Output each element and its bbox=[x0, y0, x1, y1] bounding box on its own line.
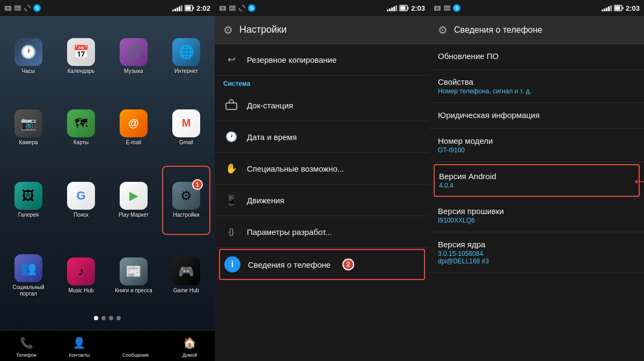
about-item-update[interactable]: Обновление ПО bbox=[429, 44, 644, 70]
phone-screen-2: S 2:03 ⚙ Настройки ↩ bbox=[215, 0, 429, 361]
app-gamehub[interactable]: 🎮 Game Hub bbox=[162, 239, 210, 313]
status-right-3: 2:03 bbox=[602, 4, 640, 12]
about-item-android[interactable]: Версия Android 4.0.4 bbox=[434, 164, 640, 197]
phone-screen-1: S 2:02 🕐 Часы bbox=[0, 0, 215, 361]
about-item-model[interactable]: Номер модели GT-I9100 bbox=[429, 129, 644, 162]
about-item-props[interactable]: Свойства Номер телефона, сигнал и т. д. bbox=[429, 70, 644, 103]
special-icon: ✋ bbox=[223, 160, 239, 176]
app-email-label: E-mail bbox=[126, 139, 141, 146]
dot-3 bbox=[109, 316, 113, 320]
app-settings[interactable]: ⚙ 1 Настройки bbox=[162, 166, 210, 235]
app-camera-label: Камера bbox=[19, 139, 38, 146]
status-bar-2: S 2:03 bbox=[215, 0, 429, 16]
app-musichub[interactable]: ♪ Music Hub bbox=[57, 239, 105, 313]
battery-icon-3 bbox=[614, 5, 624, 11]
app-clock-label: Часы bbox=[22, 68, 35, 75]
app-camera[interactable]: 📷 Камера bbox=[4, 94, 53, 161]
props-sub: Номер телефона, сигнал и т. д. bbox=[438, 87, 635, 95]
app-social-label: Социальный портал bbox=[6, 284, 50, 297]
messages-icon: ✉ bbox=[127, 334, 144, 351]
settings-dock-label: Док-станция bbox=[247, 101, 293, 110]
about-item-kernel[interactable]: Версия ядра 3.0.15-1056084dpi@DELL168 #3 bbox=[429, 232, 644, 273]
nav-phone-label: Телефон bbox=[16, 352, 36, 358]
app-musichub-label: Music Hub bbox=[68, 288, 93, 294]
status-left-3: S bbox=[434, 4, 460, 12]
app-internet[interactable]: 🌐 Интернет bbox=[162, 23, 210, 90]
app-calendar[interactable]: 📅 Календарь bbox=[57, 23, 105, 90]
page-dots bbox=[4, 313, 210, 323]
app-search[interactable]: G Поиск bbox=[57, 166, 105, 235]
app-gallery[interactable]: 🖼 Галерея bbox=[4, 166, 53, 235]
status-bar-1: S 2:02 bbox=[0, 0, 215, 16]
sync-icon bbox=[24, 4, 31, 12]
dot-4 bbox=[116, 316, 121, 320]
svg-rect-21 bbox=[614, 6, 620, 10]
svg-rect-20 bbox=[622, 7, 623, 9]
status-right-icons: 2:02 bbox=[172, 4, 210, 12]
svg-rect-13 bbox=[400, 6, 405, 10]
about-item-legal[interactable]: Юридическая информация bbox=[429, 103, 644, 129]
skype-icon-3: S bbox=[453, 4, 460, 12]
image-icon-3 bbox=[443, 4, 451, 12]
bottom-nav: 📞 Телефон 👤 Контакты ✉ Сообщения 🏠 Домой bbox=[0, 330, 215, 361]
settings-special-label: Специальные возможно... bbox=[247, 164, 344, 173]
photo-icon bbox=[4, 4, 12, 12]
nav-home[interactable]: 🏠 Домой bbox=[181, 334, 199, 358]
settings-header-icon: ⚙ bbox=[223, 24, 233, 36]
app-internet-label: Интернет bbox=[174, 68, 198, 75]
nav-messages[interactable]: ✉ Сообщения bbox=[122, 334, 149, 358]
settings-item-backup[interactable]: ↩ Резервное копирование bbox=[215, 44, 429, 76]
contacts-icon: 👤 bbox=[71, 334, 88, 351]
signal-icon-2 bbox=[387, 5, 397, 11]
status-bar-3: S 2:03 bbox=[429, 0, 644, 16]
app-settings-label: Настройки bbox=[173, 212, 199, 218]
app-grid: 🕐 Часы 📅 Календарь 🎵 Музыка 🌐 Интернет 📷… bbox=[4, 23, 210, 313]
app-books[interactable]: 📰 Книги и пресса bbox=[109, 239, 158, 313]
about-item-android-wrapper: Версия Android 4.0.4 ← bbox=[429, 164, 644, 197]
photo-icon-3 bbox=[434, 4, 441, 12]
dock-icon bbox=[223, 97, 239, 113]
app-gamehub-label: Game Hub bbox=[173, 288, 199, 294]
developer-icon: {} bbox=[223, 224, 239, 240]
motion-icon: 📱 bbox=[223, 192, 239, 208]
settings-item-special[interactable]: ✋ Специальные возможно... bbox=[215, 153, 429, 185]
nav-home-label: Домой bbox=[182, 352, 197, 358]
settings-item-datetime[interactable]: 🕐 Дата и время bbox=[215, 121, 429, 153]
about-list: Обновление ПО Свойства Номер телефона, с… bbox=[429, 44, 644, 361]
nav-phone[interactable]: 📞 Телефон bbox=[16, 334, 36, 358]
settings-item-developer[interactable]: {} Параметры разработ... bbox=[215, 216, 429, 248]
svg-point-8 bbox=[221, 7, 224, 10]
status-left-icons: S bbox=[4, 4, 41, 12]
status-left-2: S bbox=[219, 4, 255, 12]
settings-backup-label: Резервное копирование bbox=[247, 55, 336, 64]
app-email[interactable]: @ E-mail bbox=[109, 94, 158, 161]
phone-icon: 📞 bbox=[18, 334, 35, 351]
home-screen: 🕐 Часы 📅 Календарь 🎵 Музыка 🌐 Интернет 📷… bbox=[0, 16, 215, 330]
arrow-icon: ← bbox=[631, 172, 644, 189]
app-music-label: Музыка bbox=[124, 68, 143, 75]
app-maps[interactable]: 🗺 Карты bbox=[57, 94, 105, 161]
signal-icon-3 bbox=[602, 5, 612, 11]
datetime-icon: 🕐 bbox=[223, 129, 239, 145]
svg-rect-14 bbox=[226, 103, 237, 109]
app-social[interactable]: 👥 Социальный портал bbox=[4, 239, 53, 313]
svg-point-16 bbox=[436, 7, 439, 10]
app-clock[interactable]: 🕐 Часы bbox=[4, 23, 53, 90]
svg-rect-12 bbox=[407, 7, 408, 9]
settings-datetime-label: Дата и время bbox=[247, 132, 297, 142]
app-search-label: Поиск bbox=[74, 212, 89, 218]
app-playstore[interactable]: ▶ Play Маркет bbox=[109, 166, 158, 235]
system-section-label: Система bbox=[215, 76, 429, 90]
app-music[interactable]: 🎵 Музыка bbox=[109, 23, 158, 90]
settings-item-motion[interactable]: 📱 Движения bbox=[215, 185, 429, 216]
settings-item-dock[interactable]: Док-станция bbox=[215, 90, 429, 121]
about-item-firmware[interactable]: Версия прошивки I9100XXLQ6 bbox=[429, 199, 644, 232]
firmware-sub: I9100XXLQ6 bbox=[438, 217, 635, 224]
nav-contacts-label: Контакты bbox=[69, 352, 90, 358]
settings-motion-label: Движения bbox=[247, 196, 284, 205]
nav-contacts[interactable]: 👤 Контакты bbox=[69, 334, 90, 358]
app-gmail[interactable]: M Gmail bbox=[162, 94, 210, 161]
settings-list: ↩ Резервное копирование Система Док-стан… bbox=[215, 44, 429, 361]
android-sub: 4.0.4 bbox=[439, 182, 634, 189]
settings-item-about[interactable]: i Сведения о телефоне 2 bbox=[219, 249, 425, 280]
